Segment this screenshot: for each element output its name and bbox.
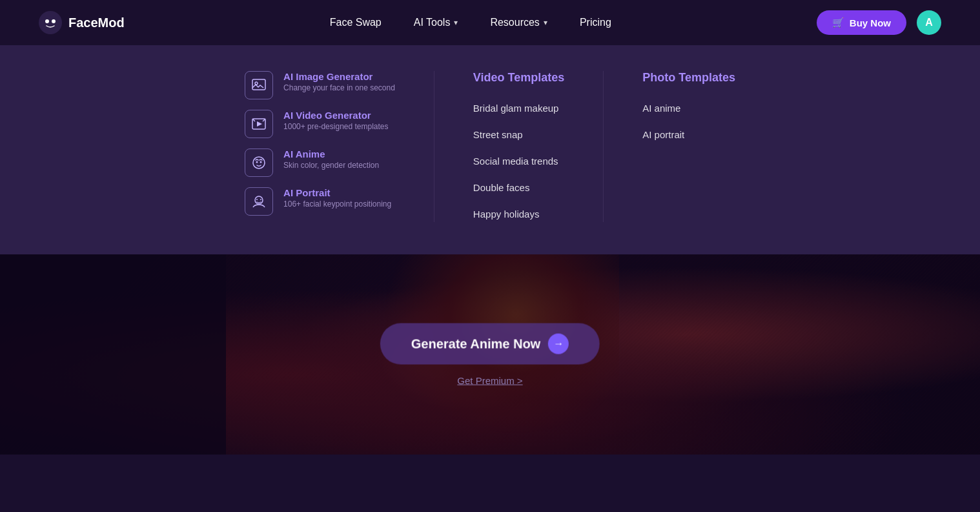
nav-ai-tools[interactable]: AI Tools ▾ — [414, 17, 458, 28]
svg-rect-3 — [252, 79, 265, 90]
nav-face-swap[interactable]: Face Swap — [330, 17, 382, 28]
header-right: 🛒 Buy Now A — [817, 10, 941, 35]
ai-anime-subtitle: Skin color, gender detection — [283, 161, 379, 170]
video-templates-group: Bridal glam makeup Street snap Social me… — [473, 100, 564, 222]
nav-resources[interactable]: Resources ▾ — [490, 17, 547, 28]
svg-point-2 — [52, 19, 56, 23]
dropdown-video-templates-section: Video Templates Bridal glam makeup Stree… — [447, 71, 590, 222]
nav-pricing[interactable]: Pricing — [580, 17, 611, 28]
photo-template-anime[interactable]: AI anime — [642, 100, 735, 116]
get-premium-link[interactable]: Get Premium > — [457, 375, 522, 386]
hero-section: Generate Anime Now → Get Premium > — [0, 254, 980, 455]
svg-point-11 — [256, 199, 258, 200]
ai-portrait-title: AI Portrait — [283, 187, 391, 198]
logo-text: FaceMod — [68, 15, 125, 30]
logo[interactable]: FaceMod — [39, 11, 125, 34]
svg-point-8 — [256, 161, 258, 163]
svg-point-7 — [253, 157, 265, 169]
divider-2 — [603, 71, 604, 222]
image-generator-subtitle: Change your face in one second — [283, 83, 395, 92]
ai-portrait-icon — [245, 187, 273, 216]
video-template-social[interactable]: Social media trends — [473, 153, 564, 169]
video-generator-title: AI Video Generator — [283, 110, 388, 121]
arrow-icon: → — [548, 334, 569, 354]
logo-icon — [39, 11, 62, 34]
menu-item-image-generator[interactable]: AI Image Generator Change your face in o… — [245, 71, 395, 99]
buy-now-button[interactable]: 🛒 Buy Now — [817, 10, 906, 35]
tools-menu-group: AI Image Generator Change your face in o… — [245, 71, 395, 216]
svg-marker-6 — [257, 121, 262, 127]
header: FaceMod Face Swap AI Tools ▾ Resources ▾… — [0, 0, 980, 45]
svg-point-0 — [39, 11, 62, 34]
video-template-double[interactable]: Double faces — [473, 179, 564, 196]
photo-templates-title: Photo Templates — [642, 71, 735, 85]
video-template-street[interactable]: Street snap — [473, 127, 564, 143]
generate-anime-button[interactable]: Generate Anime Now → — [380, 323, 600, 365]
ai-anime-icon — [245, 148, 273, 177]
ai-portrait-subtitle: 106+ facial keypoint positioning — [283, 200, 391, 209]
dropdown-tools-section: AI Image Generator Change your face in o… — [219, 71, 421, 222]
video-generator-icon — [245, 110, 273, 138]
cart-icon: 🛒 — [832, 17, 844, 28]
image-generator-icon — [245, 71, 273, 99]
ai-anime-title: AI Anime — [283, 148, 379, 159]
dropdown-panel: AI Image Generator Change your face in o… — [0, 45, 980, 254]
cta-container: Generate Anime Now → Get Premium > — [380, 323, 600, 386]
divider-1 — [434, 71, 434, 222]
svg-point-12 — [260, 199, 261, 200]
video-generator-subtitle: 1000+ pre-designed templates — [283, 122, 388, 131]
svg-point-9 — [260, 161, 262, 163]
svg-point-1 — [45, 19, 49, 23]
menu-item-ai-portrait[interactable]: AI Portrait 106+ facial keypoint positio… — [245, 187, 395, 216]
video-template-bridal[interactable]: Bridal glam makeup — [473, 100, 564, 116]
image-generator-title: AI Image Generator — [283, 71, 395, 82]
avatar[interactable]: A — [917, 10, 941, 35]
svg-point-4 — [255, 82, 258, 85]
menu-item-ai-anime[interactable]: AI Anime Skin color, gender detection — [245, 148, 395, 177]
video-templates-title: Video Templates — [473, 71, 564, 85]
ai-tools-chevron-icon: ▾ — [454, 18, 458, 27]
dropdown-photo-templates-section: Photo Templates AI anime AI portrait — [617, 71, 761, 222]
menu-item-video-generator[interactable]: AI Video Generator 1000+ pre-designed te… — [245, 110, 395, 138]
main-nav: Face Swap AI Tools ▾ Resources ▾ Pricing — [330, 17, 611, 28]
photo-template-portrait[interactable]: AI portrait — [642, 127, 735, 143]
video-template-holidays[interactable]: Happy holidays — [473, 206, 564, 222]
resources-chevron-icon: ▾ — [544, 18, 547, 27]
photo-templates-group: AI anime AI portrait — [642, 100, 735, 143]
